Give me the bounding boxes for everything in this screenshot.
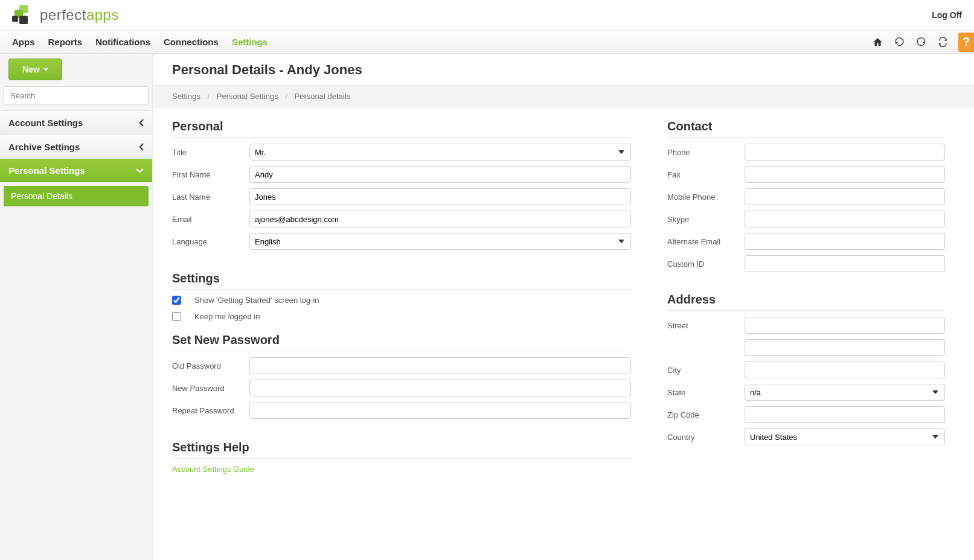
sidebar-item-personal-settings[interactable]: Personal Settings (0, 159, 152, 182)
new-button[interactable]: New (8, 59, 62, 80)
navbar: Apps Reports Notifications Connections S… (0, 31, 974, 54)
nav-notifications[interactable]: Notifications (95, 37, 150, 47)
zip-label: Zip Code (667, 410, 745, 419)
help-button[interactable]: ? (958, 33, 974, 52)
mobile-label: Mobile Phone (667, 192, 745, 202)
mobile-input[interactable] (745, 188, 945, 205)
breadcrumb: Settings / Personal Settings / Personal … (153, 85, 974, 107)
caret-down-icon (43, 68, 48, 71)
section-help-heading: Settings Help (172, 441, 631, 459)
main: Personal Details - Andy Jones Settings /… (153, 54, 974, 560)
email-label: Email (172, 215, 249, 224)
keep-logged-label: Keep me logged in (194, 312, 260, 321)
country-label: Country (667, 433, 745, 442)
section-address-heading: Address (667, 293, 945, 311)
street-input-2[interactable] (745, 339, 945, 356)
repeat-password-label: Repeat Password (172, 406, 249, 415)
fax-input[interactable] (745, 166, 945, 183)
alt-email-input[interactable] (745, 233, 945, 250)
language-label: Language (172, 237, 249, 246)
new-button-label: New (22, 65, 40, 74)
nav-apps[interactable]: Apps (12, 37, 35, 47)
sidebar-item-archive-settings[interactable]: Archive Settings (0, 135, 152, 159)
chevron-left-icon (139, 119, 144, 127)
city-input[interactable] (745, 361, 945, 378)
section-password-heading: Set New Password (172, 333, 631, 351)
sidebar: New Account Settings Archive Settings Pe… (0, 54, 153, 560)
nav-settings[interactable]: Settings (232, 37, 268, 47)
zip-input[interactable] (745, 406, 945, 423)
chevron-down-icon (136, 168, 144, 173)
title-label: Title (172, 148, 249, 157)
fax-label: Fax (667, 170, 745, 179)
search-input[interactable] (4, 86, 149, 105)
nav-reports[interactable]: Reports (48, 37, 83, 47)
header: perfectapps Log Off (0, 0, 974, 31)
keep-logged-checkbox[interactable] (172, 312, 181, 321)
breadcrumb-sep: / (208, 92, 210, 101)
logo[interactable]: perfectapps (12, 5, 119, 25)
logo-word-apps: apps (86, 7, 119, 23)
old-password-input[interactable] (249, 357, 631, 374)
sidebar-item-account-settings[interactable]: Account Settings (0, 110, 152, 135)
account-settings-guide-link[interactable]: Account Settings Guide (172, 465, 631, 474)
logo-text: perfectapps (40, 7, 119, 24)
sidebar-item-label: Archive Settings (8, 142, 80, 152)
new-password-input[interactable] (249, 380, 631, 396)
sidebar-search (4, 86, 149, 105)
language-select[interactable]: English (249, 233, 631, 250)
sidebar-subitem-personal-details[interactable]: Personal Details (4, 186, 149, 206)
logo-icon (12, 5, 33, 25)
city-label: City (667, 366, 745, 375)
logoff-link[interactable]: Log Off (932, 10, 962, 20)
chevron-left-icon (139, 143, 144, 151)
custom-id-input[interactable] (745, 255, 945, 272)
section-settings-heading: Settings (172, 272, 631, 290)
repeat-password-input[interactable] (249, 402, 631, 419)
firstname-label: First Name (172, 170, 249, 179)
alt-email-label: Alternate Email (667, 237, 745, 246)
breadcrumb-personal-settings[interactable]: Personal Settings (217, 92, 278, 101)
state-label: State (667, 388, 745, 397)
sync-icon[interactable] (937, 36, 949, 48)
skype-input[interactable] (745, 211, 945, 228)
getting-started-label: Show 'Getting Started' screen log-in (194, 296, 319, 305)
phone-input[interactable] (745, 144, 945, 161)
nav-connections[interactable]: Connections (164, 37, 219, 47)
refresh-ccw-icon[interactable] (893, 36, 905, 48)
logo-word-perfect: perfect (40, 7, 86, 23)
breadcrumb-personal-details: Personal details (295, 92, 351, 101)
firstname-input[interactable] (249, 166, 631, 183)
old-password-label: Old Password (172, 361, 249, 371)
state-select[interactable]: n/a (745, 384, 945, 401)
phone-label: Phone (667, 148, 745, 157)
home-icon[interactable] (871, 36, 883, 48)
street-label: Street (667, 321, 745, 330)
page-title: Personal Details - Andy Jones (153, 54, 974, 85)
new-password-label: New Password (172, 384, 249, 393)
street-input-1[interactable] (745, 317, 945, 334)
refresh-cw-icon[interactable] (915, 36, 927, 48)
breadcrumb-settings[interactable]: Settings (172, 92, 200, 101)
title-select[interactable]: Mr. (249, 144, 631, 161)
section-personal-heading: Personal (172, 119, 631, 138)
section-contact-heading: Contact (667, 119, 945, 138)
skype-label: Skype (667, 215, 745, 224)
custom-id-label: Custom ID (667, 259, 745, 269)
lastname-input[interactable] (249, 188, 631, 205)
sidebar-item-label: Personal Settings (8, 165, 85, 176)
email-input[interactable] (249, 211, 631, 228)
getting-started-checkbox[interactable] (172, 296, 181, 305)
country-select[interactable]: United States (745, 428, 945, 445)
breadcrumb-sep: / (285, 92, 287, 101)
sidebar-item-label: Account Settings (8, 118, 83, 128)
lastname-label: Last Name (172, 192, 249, 202)
